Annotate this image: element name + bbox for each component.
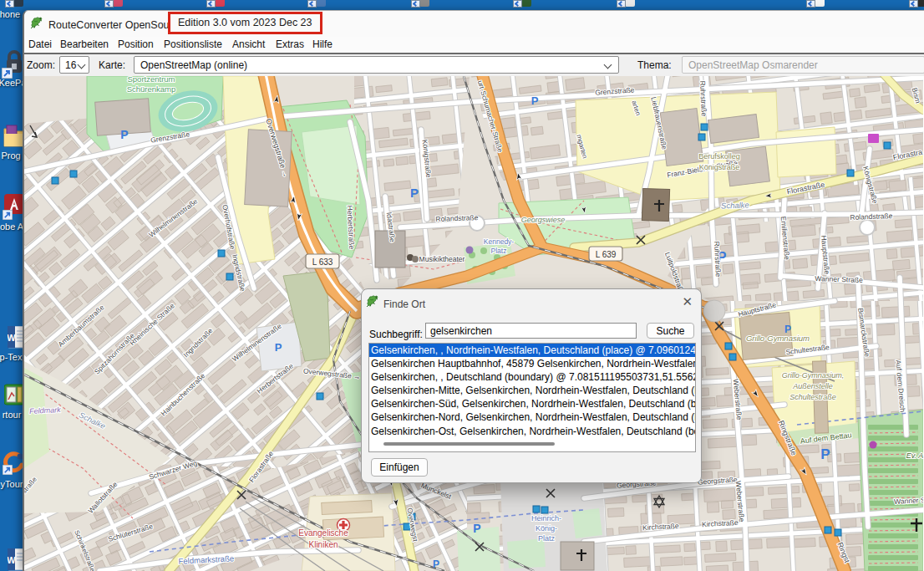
svg-text:Grillo-Gymnasium: Grillo-Gymnasium [746, 334, 810, 343]
svg-text:W: W [8, 333, 16, 343]
svg-text:Platz: Platz [538, 534, 556, 543]
svg-text:Wanner S: Wanner S [894, 496, 923, 506]
svg-text:P: P [820, 446, 830, 462]
svg-text:P: P [473, 522, 480, 535]
svg-text:P: P [410, 186, 419, 200]
svg-text:Königstraße: Königstraße [699, 163, 740, 171]
svg-text:Berufskolleg: Berufskolleg [698, 152, 740, 161]
svg-text:P: P [275, 341, 282, 354]
svg-text:Außenstelle: Außenstelle [792, 382, 833, 390]
svg-text:Platz: Platz [491, 247, 507, 255]
svg-text:Georgswiese: Georgswiese [521, 216, 566, 224]
svg-text:Musikiktheater: Musikiktheater [419, 255, 465, 263]
svg-text:Heinrich-: Heinrich- [531, 514, 561, 523]
svg-text:P: P [433, 558, 439, 570]
svg-text:Grillo-Gymnasium,: Grillo-Gymnasium, [782, 371, 845, 380]
svg-text:P: P [120, 128, 128, 141]
svg-text:Sportzentrum: Sportzentrum [127, 76, 175, 84]
svg-text:Wanner Straße: Wanner Straße [815, 274, 863, 284]
svg-text:König-: König- [536, 524, 557, 533]
svg-text:Schultestraße: Schultestraße [789, 393, 836, 401]
svg-text:Rolandstraße: Rolandstraße [435, 213, 479, 223]
svg-text:Schalke: Schalke [721, 200, 749, 210]
svg-text:P: P [531, 94, 539, 107]
svg-text:Ev. A: Ev. A [906, 451, 923, 460]
svg-text:L 633: L 633 [312, 257, 333, 267]
svg-text:L 639: L 639 [596, 250, 617, 259]
svg-text:Rolandstraße: Rolandstraße [850, 212, 893, 222]
svg-text:Kliniken: Kliniken [308, 540, 338, 549]
svg-text:Kennedy-: Kennedy- [484, 237, 515, 246]
svg-text:Evangelische: Evangelische [298, 528, 348, 538]
svg-text:Schürenkamp: Schürenkamp [127, 84, 176, 94]
svg-text:W: W [8, 555, 16, 565]
svg-text:Feldmark: Feldmark [29, 405, 61, 416]
